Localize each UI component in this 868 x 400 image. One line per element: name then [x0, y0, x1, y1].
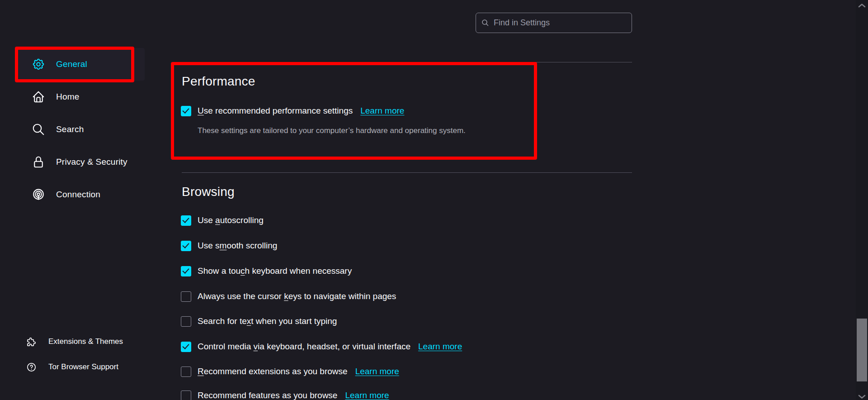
checkbox-row-recommend-extensions: Recommend extensions as you browse Learn… — [181, 364, 399, 379]
find-in-settings-input[interactable]: Find in Settings — [476, 13, 632, 33]
checkbox[interactable] — [181, 106, 191, 116]
checkbox-row-control-media: Control media via keyboard, headset, or … — [181, 339, 462, 354]
puzzle-icon — [26, 337, 37, 347]
checkbox-label: Control media via keyboard, headset, or … — [198, 342, 410, 352]
checkbox-label: Use recommended performance settings — [198, 106, 353, 116]
checkbox-row-autoscrolling: Use autoscrolling — [181, 213, 264, 228]
checkbox[interactable] — [181, 291, 191, 302]
checkbox[interactable] — [181, 342, 191, 352]
sidebar-item-search[interactable]: Search — [18, 113, 145, 146]
sidebar-item-label: General — [56, 59, 87, 69]
scroll-up-arrow-icon[interactable] — [858, 2, 866, 7]
sidebar-link-tor-browser-support[interactable]: Tor Browser Support — [26, 359, 162, 375]
sidebar-item-privacy-security[interactable]: Privacy & Security — [18, 146, 145, 178]
checkbox-label: Search for text when you start typing — [198, 316, 337, 326]
section-divider — [182, 172, 632, 173]
scrollbar-thumb[interactable] — [857, 319, 867, 381]
sidebar-item-label: Home — [56, 92, 79, 102]
scroll-down-arrow-icon[interactable] — [858, 393, 866, 399]
checkbox[interactable] — [181, 241, 191, 251]
checkbox-row-cursor-keys: Always use the cursor keys to navigate w… — [181, 289, 396, 304]
sidebar-link-label: Tor Browser Support — [48, 362, 118, 371]
learn-more-link[interactable]: Learn more — [355, 367, 399, 376]
section-divider — [182, 62, 632, 62]
checkbox[interactable] — [181, 316, 191, 327]
checkbox-row-recommended-performance: Use recommended performance settings Lea… — [181, 103, 404, 119]
checkbox-label: Use smooth scrolling — [198, 241, 277, 251]
lock-icon — [32, 155, 45, 169]
question-icon — [26, 362, 37, 372]
magnifier-icon — [481, 19, 489, 27]
sidebar-item-label: Search — [56, 124, 84, 134]
checkbox-row-recommend-features: Recommend features as you browse Learn m… — [181, 388, 389, 400]
performance-heading: Performance — [182, 74, 255, 89]
broadcast-icon — [32, 188, 45, 201]
checkbox-row-touch-keyboard: Show a touch keyboard when necessary — [181, 263, 352, 279]
gear-icon — [32, 57, 45, 71]
search-icon — [32, 123, 45, 136]
sidebar-item-general[interactable]: General — [18, 48, 145, 81]
learn-more-link[interactable]: Learn more — [418, 342, 462, 352]
sidebar-item-label: Connection — [56, 190, 100, 200]
search-placeholder: Find in Settings — [494, 18, 550, 28]
home-icon — [32, 90, 45, 104]
checkbox[interactable] — [181, 390, 191, 400]
checkbox-label: Recommend features as you browse — [198, 390, 337, 400]
checkbox-label: Always use the cursor keys to navigate w… — [198, 291, 396, 301]
sidebar-item-home[interactable]: Home — [18, 81, 145, 113]
checkbox-label: Show a touch keyboard when necessary — [198, 266, 352, 276]
checkbox[interactable] — [181, 215, 191, 226]
browsing-heading: Browsing — [182, 185, 235, 199]
checkbox-label: Use autoscrolling — [198, 215, 264, 225]
performance-description: These settings are tailored to your comp… — [198, 126, 466, 135]
checkbox[interactable] — [181, 367, 191, 377]
learn-more-link[interactable]: Learn more — [345, 390, 389, 400]
sidebar-link-label: Extensions & Themes — [48, 337, 123, 346]
checkbox-row-smooth-scrolling: Use smooth scrolling — [181, 238, 277, 253]
learn-more-link[interactable]: Learn more — [360, 106, 404, 116]
sidebar-item-label: Privacy & Security — [56, 157, 127, 167]
checkbox-row-search-while-typing: Search for text when you start typing — [181, 314, 337, 329]
checkbox-label: Recommend extensions as you browse — [198, 367, 348, 376]
sidebar-item-connection[interactable]: Connection — [18, 178, 145, 211]
sidebar-link-extensions-themes[interactable]: Extensions & Themes — [26, 333, 162, 350]
checkbox[interactable] — [181, 266, 191, 276]
